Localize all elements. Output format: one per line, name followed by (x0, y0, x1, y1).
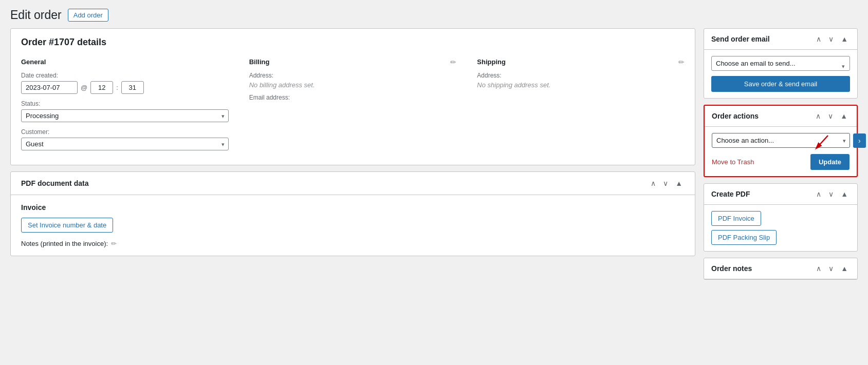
order-notes-card: Order notes ∧ ∨ ▲ (704, 258, 858, 280)
colon-symbol: : (116, 84, 118, 91)
order-actions-up-btn[interactable]: ∧ (814, 111, 823, 121)
move-to-trash-link[interactable]: Move to Trash (712, 158, 754, 166)
order-notes-minimize-btn[interactable]: ▲ (839, 263, 850, 274)
create-pdf-card: Create PDF ∧ ∨ ▲ PDF Invoice PDF Packing… (704, 183, 858, 252)
pdf-invoice-button[interactable]: PDF Invoice (711, 211, 761, 226)
notes-edit-icon[interactable]: ✏ (111, 240, 117, 247)
status-label: Status: (21, 100, 229, 107)
create-pdf-down-btn[interactable]: ∨ (826, 189, 836, 199)
order-notes-title: Order notes (711, 264, 752, 273)
billing-section-title: Billing (249, 58, 457, 66)
pdf-collapse-down-btn[interactable]: ∨ (661, 178, 670, 188)
order-actions-down-btn[interactable]: ∨ (826, 111, 835, 121)
billing-address-value: No billing address set. (249, 81, 457, 89)
set-invoice-button[interactable]: Set Invoice number & date (21, 218, 113, 233)
action-footer: Move to Trash Update (712, 154, 849, 170)
send-email-card-header: Send order email ∧ ∨ ▲ (704, 29, 857, 50)
send-email-card: Send order email ∧ ∨ ▲ Choose an email t… (704, 28, 858, 99)
pdf-minimize-btn[interactable]: ▲ (673, 178, 685, 188)
time-hour-input[interactable] (90, 81, 113, 94)
create-pdf-controls: ∧ ∨ ▲ (814, 189, 850, 199)
customer-label: Customer: (21, 128, 229, 136)
date-input[interactable] (21, 81, 78, 94)
order-notes-controls: ∧ ∨ ▲ (814, 263, 850, 274)
pdf-header-controls: ∧ ∨ ▲ (649, 178, 685, 188)
send-email-minimize-btn[interactable]: ▲ (839, 34, 850, 44)
create-pdf-header: Create PDF ∧ ∨ ▲ (704, 184, 857, 205)
page-title: Edit order (10, 8, 62, 22)
action-select-container: Choose an action... Email invoice / orde… (712, 133, 849, 148)
save-send-email-button[interactable]: Save order & send email (711, 76, 850, 92)
billing-section: Billing ✏ Address: No billing address se… (249, 58, 457, 157)
add-order-button[interactable]: Add order (68, 9, 108, 22)
order-details-title: Order #1707 details (21, 37, 685, 48)
send-email-select[interactable]: Choose an email to send... (711, 56, 850, 71)
pdf-document-card: PDF document data ∧ ∨ ▲ Invoice Set Invo… (10, 171, 695, 256)
send-email-title: Send order email (711, 35, 770, 43)
general-section-title: General (21, 58, 229, 66)
general-section: General Date created: @ : Status: (21, 58, 229, 157)
pdf-card-body: Invoice Set Invoice number & date Notes … (11, 195, 695, 256)
order-actions-header: Order actions ∧ ∨ ▲ (705, 106, 857, 127)
update-button[interactable]: Update (810, 154, 849, 170)
billing-address-label: Address: (249, 72, 457, 79)
red-arrow-icon (812, 135, 833, 150)
pdf-collapse-up-btn[interactable]: ∧ (649, 178, 658, 188)
order-notes-up-btn[interactable]: ∧ (814, 263, 823, 274)
billing-email-label: Email address: (249, 94, 457, 101)
time-minute-input[interactable] (121, 81, 144, 94)
order-actions-card: Order actions ∧ ∨ ▲ Choose an action... (704, 105, 858, 177)
notes-label: Notes (printed in the invoice): (21, 240, 108, 247)
billing-edit-icon[interactable]: ✏ (450, 58, 456, 66)
create-pdf-minimize-btn[interactable]: ▲ (839, 189, 850, 199)
shipping-edit-icon[interactable]: ✏ (678, 58, 685, 66)
shipping-section: Shipping ✏ Address: No shipping address … (477, 58, 685, 157)
shipping-address-value: No shipping address set. (477, 81, 685, 89)
order-actions-controls: ∧ ∨ ▲ (814, 111, 849, 121)
send-email-down-btn[interactable]: ∨ (826, 34, 836, 44)
notes-row: Notes (printed in the invoice): ✏ (21, 240, 685, 247)
order-notes-down-btn[interactable]: ∨ (826, 263, 836, 274)
customer-select-wrapper: Guest (21, 138, 229, 150)
action-run-button[interactable]: › (853, 133, 866, 148)
create-pdf-up-btn[interactable]: ∧ (814, 189, 823, 199)
pdf-card-header: PDF document data ∧ ∨ ▲ (11, 172, 695, 195)
create-pdf-title: Create PDF (711, 190, 750, 198)
shipping-section-title: Shipping (477, 58, 685, 66)
pdf-card-title: PDF document data (21, 179, 88, 187)
create-pdf-body: PDF Invoice PDF Packing Slip (704, 205, 857, 251)
status-select[interactable]: Processing Pending payment Completed On … (21, 109, 229, 122)
order-notes-header: Order notes ∧ ∨ ▲ (704, 258, 857, 279)
invoice-section-title: Invoice (21, 203, 685, 212)
order-actions-title: Order actions (712, 112, 759, 120)
order-actions-body: Choose an action... Email invoice / orde… (705, 127, 857, 176)
send-email-controls: ∧ ∨ ▲ (814, 34, 850, 44)
send-email-up-btn[interactable]: ∧ (814, 34, 823, 44)
status-select-wrapper: Processing Pending payment Completed On … (21, 109, 229, 122)
date-label: Date created: (21, 72, 229, 79)
send-email-card-body: Choose an email to send... ▾ Save order … (704, 50, 857, 98)
svg-line-1 (818, 136, 828, 147)
order-details-card: Order #1707 details General Date created… (10, 28, 695, 165)
customer-select[interactable]: Guest (21, 138, 229, 150)
at-symbol: @ (81, 84, 87, 91)
pdf-packing-slip-button[interactable]: PDF Packing Slip (711, 230, 777, 245)
order-actions-minimize-btn[interactable]: ▲ (838, 111, 849, 121)
shipping-address-label: Address: (477, 72, 685, 79)
